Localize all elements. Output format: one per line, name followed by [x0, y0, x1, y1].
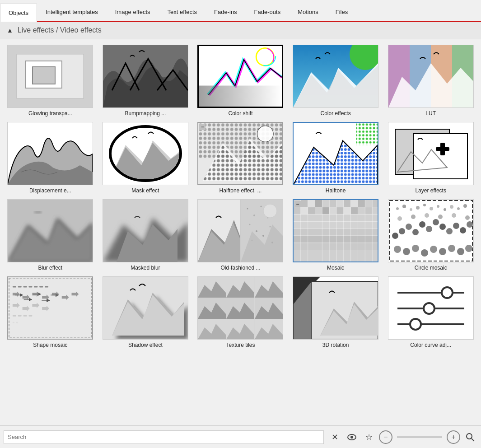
svg-rect-6	[199, 86, 282, 107]
svg-rect-150	[18, 286, 22, 288]
list-item[interactable]: −	[194, 120, 287, 196]
list-item[interactable]: Layer effects	[384, 120, 477, 196]
svg-rect-92	[351, 207, 358, 215]
list-item[interactable]: Glowing transpa...	[4, 43, 97, 118]
item-thumbnail	[197, 276, 283, 340]
svg-rect-94	[365, 207, 372, 215]
svg-rect-73	[301, 200, 308, 207]
search-icon-button[interactable]	[463, 430, 477, 444]
tab-image-effects[interactable]: Image effects	[107, 3, 159, 21]
list-item[interactable]: Halftone	[289, 120, 383, 196]
item-thumbnail	[197, 45, 283, 108]
svg-rect-81	[358, 200, 365, 207]
list-item[interactable]: Circle mosaic	[384, 197, 477, 273]
tab-motions[interactable]: Motions	[289, 3, 327, 21]
item-thumbnail	[103, 276, 188, 340]
svg-point-115	[463, 204, 467, 208]
tab-fade-ins[interactable]: Fade-ins	[205, 3, 246, 21]
svg-rect-151	[23, 286, 27, 288]
item-label: Glowing transpa...	[7, 110, 93, 117]
svg-rect-152	[29, 286, 33, 288]
add-button[interactable]: +	[447, 430, 460, 444]
svg-rect-75	[315, 200, 322, 207]
svg-point-114	[457, 207, 460, 210]
svg-rect-83	[372, 200, 378, 207]
svg-rect-41	[413, 134, 467, 179]
preview-button[interactable]	[345, 430, 359, 444]
svg-rect-79	[344, 200, 351, 207]
list-item[interactable]: Displacement e...	[4, 120, 97, 196]
item-label: Masked blur	[103, 265, 188, 271]
content-container: Glowing transpa...	[0, 39, 481, 425]
list-item[interactable]: Shadow effect	[99, 275, 192, 350]
list-item[interactable]: Color shift	[194, 43, 287, 118]
svg-rect-74	[308, 200, 315, 207]
svg-point-139	[425, 213, 429, 218]
tab-bar: Objects Intelligent templates Image effe…	[0, 0, 481, 22]
list-item[interactable]: Masked blur	[99, 197, 192, 273]
items-scroll[interactable]: Glowing transpa...	[0, 39, 481, 425]
svg-point-113	[450, 205, 453, 209]
svg-rect-76	[322, 200, 329, 207]
list-item[interactable]: Bumpmapping ...	[99, 43, 192, 118]
item-label: Color curve adj...	[388, 342, 474, 348]
item-label: Halftone effect, ...	[197, 187, 283, 194]
svg-rect-77	[329, 200, 336, 207]
item-thumbnail	[7, 276, 93, 340]
list-item[interactable]: Color effects	[289, 43, 383, 118]
svg-point-63	[270, 226, 271, 228]
svg-rect-43	[440, 143, 445, 155]
svg-rect-168	[18, 315, 22, 317]
svg-rect-87	[315, 207, 322, 215]
svg-point-140	[438, 215, 443, 219]
list-item[interactable]: Texture tiles	[194, 275, 287, 350]
minus-badge: −	[294, 201, 301, 207]
svg-rect-52	[240, 200, 241, 262]
list-item[interactable]: LUT	[384, 43, 477, 118]
svg-point-110	[430, 207, 433, 210]
list-item[interactable]: −	[289, 197, 383, 273]
tab-files[interactable]: Files	[327, 3, 356, 21]
list-item[interactable]: Mask effect	[99, 120, 192, 196]
collapse-arrow[interactable]: ▲	[7, 27, 13, 34]
item-thumbnail	[103, 45, 188, 108]
item-label: Shadow effect	[103, 342, 188, 348]
svg-rect-149	[13, 286, 16, 288]
svg-rect-90	[336, 207, 344, 215]
svg-point-142	[465, 215, 470, 220]
clear-button[interactable]: ✕	[327, 430, 342, 444]
svg-point-126	[460, 227, 466, 233]
list-item[interactable]: Old-fashioned ...	[194, 197, 287, 273]
svg-point-57	[253, 215, 255, 216]
svg-point-116	[392, 233, 398, 239]
search-input[interactable]	[4, 430, 324, 444]
list-item[interactable]: Shape mosaic	[4, 275, 97, 350]
svg-point-56	[247, 208, 248, 210]
svg-point-141	[452, 213, 456, 218]
item-label: Mosaic	[293, 265, 378, 271]
item-thumbnail	[7, 45, 93, 108]
svg-point-120	[419, 221, 425, 228]
remove-button[interactable]: −	[379, 430, 392, 444]
svg-point-64	[262, 235, 264, 237]
zoom-slider[interactable]	[397, 436, 442, 438]
tab-text-effects[interactable]: Text effects	[159, 3, 206, 21]
svg-point-124	[446, 228, 453, 234]
tab-fade-outs[interactable]: Fade-outs	[246, 3, 290, 21]
item-label: Displacement e...	[7, 187, 93, 194]
svg-point-109	[423, 204, 426, 206]
item-thumbnail	[103, 199, 188, 262]
item-thumbnail	[7, 199, 93, 262]
svg-point-106	[402, 205, 406, 208]
favorite-button[interactable]: ☆	[362, 430, 376, 444]
item-label: Texture tiles	[197, 342, 283, 348]
tab-objects[interactable]: Objects	[0, 4, 37, 22]
tab-intelligent-templates[interactable]: Intelligent templates	[37, 3, 107, 21]
svg-point-134	[448, 245, 455, 252]
list-item[interactable]: Blur effect	[4, 197, 97, 273]
item-thumbnail	[293, 276, 378, 340]
svg-point-112	[444, 208, 446, 211]
svg-rect-93	[358, 207, 365, 215]
list-item[interactable]: Color curve adj...	[384, 275, 477, 350]
list-item[interactable]: 3D rotation	[289, 275, 383, 350]
